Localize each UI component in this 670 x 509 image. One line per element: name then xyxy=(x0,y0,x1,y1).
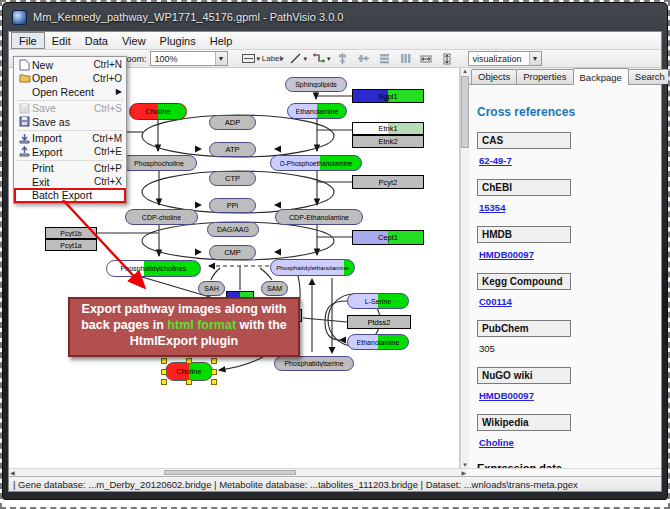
file-menu: NewCtrl+NOpenCtrl+OOpen Recent▶SaveCtrl+… xyxy=(13,56,127,204)
align-center-x-button[interactable] xyxy=(333,51,352,67)
connector-tool-button[interactable] xyxy=(309,51,328,67)
common-height-button[interactable] xyxy=(438,51,457,67)
menu-file[interactable]: File xyxy=(11,32,45,49)
node-ethanolamine-2[interactable]: Ethanolamine xyxy=(347,334,409,350)
node-pcyt1a[interactable]: Pcyt1a xyxy=(45,239,97,251)
node-phosphatidylserine[interactable]: Phosphatidylserine xyxy=(274,356,354,371)
chevron-down-icon[interactable]: ▼ xyxy=(215,52,227,65)
menu-plugins[interactable]: Plugins xyxy=(153,32,203,49)
menu-help[interactable]: Help xyxy=(203,32,240,49)
menu-data[interactable]: Data xyxy=(78,32,115,49)
menu-view[interactable]: View xyxy=(115,32,153,49)
visualization-combobox[interactable]: visualization ▼ xyxy=(468,51,542,66)
menu-item-label: Batch Export xyxy=(32,189,122,201)
node-pcyt2[interactable]: Pcyt2 xyxy=(352,175,424,189)
node-phosphatidylcholines[interactable]: Phosphatidylcholines xyxy=(106,260,201,277)
tab-backpage[interactable]: Backpage xyxy=(573,68,629,85)
selection-handle[interactable] xyxy=(211,379,217,385)
xref-link[interactable]: Choline xyxy=(479,437,653,448)
node-cmp[interactable]: CMP xyxy=(209,245,256,260)
scroll-left-icon[interactable]: ◀ xyxy=(10,469,15,476)
menu-item-shortcut: Ctrl+S xyxy=(94,103,122,114)
line-tool-button[interactable] xyxy=(286,51,305,67)
horizontal-scroll-thumb[interactable] xyxy=(164,470,296,475)
tab-search[interactable]: Search xyxy=(628,69,670,84)
node-sphingolipids[interactable]: Sphingolipids xyxy=(285,77,347,92)
node-phosphocholine[interactable]: Phosphocholine xyxy=(121,155,197,171)
selection-handle[interactable] xyxy=(211,369,217,375)
gene-node-button[interactable] xyxy=(239,51,258,67)
xref-link[interactable]: 15354 xyxy=(479,202,653,213)
scroll-up-icon[interactable]: ▲ xyxy=(462,68,468,74)
node-ptdss2[interactable]: Ptdss2 xyxy=(347,315,411,329)
file-menu-item-new[interactable]: NewCtrl+N xyxy=(15,58,125,72)
zoom-combobox[interactable]: 100% ▼ xyxy=(150,51,228,66)
node-ethanolamine[interactable]: Ethanolamine xyxy=(287,103,347,119)
tab-objects[interactable]: Objects xyxy=(471,69,517,84)
common-width-button[interactable] xyxy=(417,51,436,67)
distribute-h-button[interactable] xyxy=(375,51,394,67)
tab-properties[interactable]: Properties xyxy=(516,69,573,84)
node-sgpl1[interactable]: Sgpl1 xyxy=(352,89,424,103)
file-menu-item-batch-export[interactable]: Batch Export xyxy=(15,189,125,203)
xref-link[interactable]: HMDB00097 xyxy=(479,390,653,401)
file-menu-item-save-as[interactable]: Save as xyxy=(15,115,125,129)
node-sam[interactable]: SAM xyxy=(261,281,288,296)
menu-separator xyxy=(17,160,123,161)
node-o-phosphoethanolamine[interactable]: O-Phosphoethanolamine xyxy=(270,155,362,171)
file-menu-item-open[interactable]: OpenCtrl+O xyxy=(15,72,125,86)
selection-handle[interactable] xyxy=(186,379,192,385)
menu-item-label: Exit xyxy=(32,176,94,188)
distribute-v-button[interactable] xyxy=(396,51,415,67)
label-tool-button[interactable]: Label xyxy=(262,51,281,67)
node-l-serine[interactable]: L-Serine xyxy=(347,293,409,309)
node-dag-aag[interactable]: DAG/AAG xyxy=(207,222,259,237)
scroll-right-icon[interactable]: ▶ xyxy=(461,469,466,476)
chevron-down-icon[interactable]: ▾ xyxy=(304,55,308,63)
node-choline[interactable]: Choline xyxy=(129,103,187,120)
node-etnk2[interactable]: Etnk2 xyxy=(352,135,424,148)
zoom-value: 100% xyxy=(155,54,178,64)
node-etnk2-label: Etnk2 xyxy=(378,137,397,146)
chevron-down-icon[interactable]: ▾ xyxy=(327,55,331,63)
node-atp[interactable]: ATP xyxy=(209,142,256,157)
node-etnk1[interactable]: Etnk1 xyxy=(352,122,424,135)
node-phosphatidylethanolamine[interactable]: Phosphatidylethanolamine xyxy=(270,259,355,276)
node-cdp-ethanolamine[interactable]: CDP-Ethanolamine xyxy=(275,209,363,225)
xref-section-cas: CAS62-49-7 xyxy=(477,132,653,166)
align-center-x-icon xyxy=(337,53,348,64)
selection-handle[interactable] xyxy=(161,369,167,375)
node-cept1[interactable]: Cept1 xyxy=(352,230,424,245)
file-menu-item-save[interactable]: SaveCtrl+S xyxy=(15,102,125,116)
node-ppi[interactable]: PPi xyxy=(209,198,256,213)
selection-handle[interactable] xyxy=(161,358,167,364)
menu-edit[interactable]: Edit xyxy=(45,32,78,49)
canvas-horizontal-scrollbar[interactable]: ◀ ▶ xyxy=(9,468,467,476)
chevron-down-icon[interactable]: ▾ xyxy=(257,55,261,63)
annotation-highlight-text: html format xyxy=(167,318,236,332)
selection-handle[interactable] xyxy=(211,358,217,364)
file-menu-item-print[interactable]: PrintCtrl+P xyxy=(15,162,125,176)
node-sah[interactable]: SAH xyxy=(198,281,225,296)
node-ethanolamine-label: Ethanolamine xyxy=(296,108,339,115)
node-cdp-choline[interactable]: CDP-choline xyxy=(125,209,198,225)
selection-handle[interactable] xyxy=(161,379,167,385)
node-adp[interactable]: ADP xyxy=(209,115,256,130)
chevron-down-icon[interactable]: ▼ xyxy=(529,52,541,65)
file-menu-item-export[interactable]: ExportCtrl+E xyxy=(15,145,125,159)
file-menu-item-open-recent[interactable]: Open Recent▶ xyxy=(15,85,125,99)
title-bar[interactable]: Mm_Kennedy_pathway_WP1771_45176.gpml - P… xyxy=(3,3,667,31)
canvas-vertical-scrollbar[interactable]: ▲ ▼ xyxy=(460,68,469,468)
xref-link[interactable]: 62-49-7 xyxy=(479,155,653,166)
file-menu-item-import[interactable]: ImportCtrl+M xyxy=(15,132,125,146)
chevron-down-icon[interactable]: ▾ xyxy=(280,55,284,63)
xref-link[interactable]: HMDB00097 xyxy=(479,249,653,260)
node-pcyt1b[interactable]: Pcyt1b xyxy=(45,227,97,239)
align-center-y-button[interactable] xyxy=(354,51,373,67)
scrollbar-corner-filler xyxy=(467,468,661,476)
vertical-scroll-thumb[interactable] xyxy=(461,76,469,148)
selection-handle[interactable] xyxy=(186,358,192,364)
xref-link[interactable]: C00114 xyxy=(479,296,653,307)
file-menu-item-exit[interactable]: ExitCtrl+X xyxy=(15,175,125,189)
node-ctp[interactable]: CTP xyxy=(209,171,256,186)
